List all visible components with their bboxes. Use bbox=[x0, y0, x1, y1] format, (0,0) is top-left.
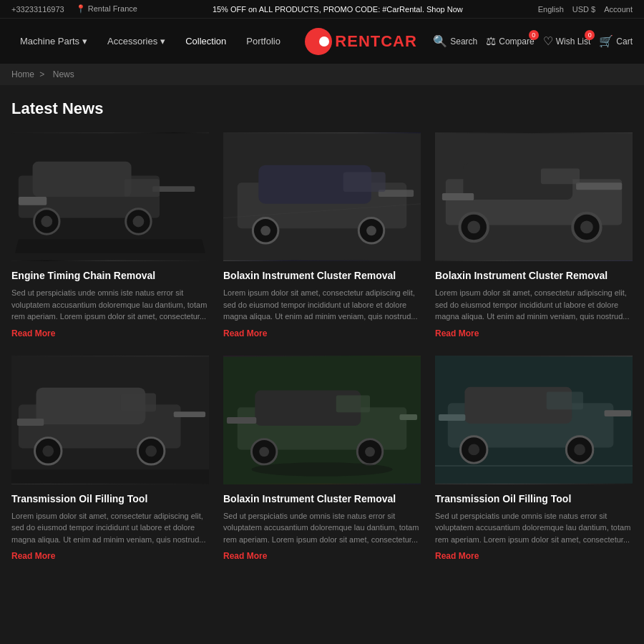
news-card-text-5: Sed ut perspiciatis unde omnis iste natu… bbox=[223, 510, 421, 546]
svg-point-27 bbox=[580, 221, 593, 234]
logo-area: RENTCAR bbox=[289, 28, 433, 55]
breadcrumb-separator: > bbox=[39, 69, 44, 79]
site-logo[interactable]: RENTCAR bbox=[305, 28, 417, 55]
svg-point-5 bbox=[41, 216, 52, 228]
svg-point-37 bbox=[145, 445, 157, 457]
news-grid: Engine Timing Chain Removal Sed ut persp… bbox=[11, 132, 633, 561]
wishlist-badge: 0 bbox=[585, 30, 595, 40]
news-card-image-4 bbox=[11, 356, 209, 484]
svg-rect-8 bbox=[19, 197, 47, 205]
svg-rect-29 bbox=[576, 182, 622, 190]
svg-rect-9 bbox=[125, 179, 160, 197]
nav-portfolio[interactable]: Portfolio bbox=[238, 30, 289, 52]
read-more-link-3[interactable]: Read More bbox=[435, 328, 633, 338]
logo-text: RENTCAR bbox=[335, 32, 417, 51]
breadcrumb-current: News bbox=[53, 69, 74, 79]
cart-action[interactable]: 🛒 Cart bbox=[599, 34, 633, 48]
nav-left: Machine Parts ▾ Accessories ▾ Collection… bbox=[11, 30, 289, 52]
read-more-link-2[interactable]: Read More bbox=[223, 328, 421, 338]
top-bar-left: +33233116973 📍 Rental France bbox=[11, 4, 137, 14]
page-title: Latest News bbox=[11, 99, 633, 118]
search-action[interactable]: 🔍 Search bbox=[433, 34, 477, 48]
svg-rect-60 bbox=[605, 410, 631, 416]
top-bar-right: English USD $ Account bbox=[538, 5, 633, 14]
news-card-6[interactable]: Transmission Oil Filling Tool Sed ut per… bbox=[435, 356, 633, 562]
language-selector[interactable]: English bbox=[538, 5, 564, 14]
navbar: Machine Parts ▾ Accessories ▾ Collection… bbox=[0, 18, 644, 64]
svg-rect-19 bbox=[343, 172, 386, 192]
news-card-image-2 bbox=[223, 132, 421, 261]
news-card-4[interactable]: Transmission Oil Filling Tool Lorem ipsu… bbox=[11, 356, 209, 562]
nav-right: 🔍 Search ⚖ 0 Compare ♡ 0 Wish List 🛒 Car… bbox=[433, 34, 633, 48]
svg-point-48 bbox=[365, 447, 375, 457]
svg-rect-61 bbox=[439, 414, 465, 421]
svg-rect-41 bbox=[11, 469, 209, 484]
news-card-2[interactable]: Bolaxin Instrument Cluster Removal Lorem… bbox=[223, 132, 421, 338]
compare-action[interactable]: ⚖ 0 Compare bbox=[486, 34, 534, 48]
svg-point-6 bbox=[133, 216, 145, 228]
news-card-1[interactable]: Engine Timing Chain Removal Sed ut persp… bbox=[11, 132, 209, 338]
cart-icon: 🛒 bbox=[599, 34, 613, 48]
news-card-text-4: Lorem ipsum dolor sit amet, consectetur … bbox=[11, 510, 209, 546]
read-more-link-5[interactable]: Read More bbox=[223, 551, 421, 561]
breadcrumb-home[interactable]: Home bbox=[11, 69, 34, 79]
breadcrumb: Home > News bbox=[0, 64, 644, 85]
read-more-link-4[interactable]: Read More bbox=[11, 551, 209, 561]
news-card-image-6 bbox=[435, 356, 633, 484]
svg-rect-30 bbox=[541, 169, 580, 185]
top-bar: +33233116973 📍 Rental France 15% OFF on … bbox=[0, 0, 644, 18]
main-content: Latest News Engine Timing Chain Removal … bbox=[0, 85, 644, 575]
svg-point-16 bbox=[260, 225, 270, 235]
nav-accessories-label: Accessories bbox=[107, 36, 157, 47]
logo-icon bbox=[305, 28, 332, 55]
nav-machine-parts[interactable]: Machine Parts ▾ bbox=[11, 30, 96, 52]
svg-rect-51 bbox=[336, 395, 370, 412]
promo-banner: 15% OFF on ALL PRODUCTS, PROMO CODE: #Ca… bbox=[137, 5, 538, 14]
compare-icon: ⚖ bbox=[486, 34, 496, 48]
news-card-title-3: Bolaxin Instrument Cluster Removal bbox=[435, 270, 633, 281]
news-card-text-6: Sed ut perspiciatis unde omnis iste natu… bbox=[435, 510, 633, 546]
svg-rect-50 bbox=[227, 417, 256, 424]
news-card-text-3: Lorem ipsum dolor sit amet, consectetur … bbox=[435, 287, 633, 323]
wishlist-action[interactable]: ♡ 0 Wish List bbox=[543, 34, 591, 48]
svg-point-36 bbox=[42, 445, 54, 457]
nav-collection-label: Collection bbox=[185, 36, 226, 47]
svg-rect-40 bbox=[121, 393, 156, 411]
svg-point-58 bbox=[468, 444, 479, 455]
svg-marker-10 bbox=[15, 239, 205, 253]
currency-selector[interactable]: USD $ bbox=[572, 5, 595, 14]
read-more-link-6[interactable]: Read More bbox=[435, 551, 633, 561]
search-label: Search bbox=[450, 36, 477, 47]
chevron-down-icon: ▾ bbox=[82, 36, 87, 47]
svg-point-52 bbox=[251, 462, 392, 477]
phone-number: +33233116973 bbox=[11, 5, 64, 14]
nav-accessories[interactable]: Accessories ▾ bbox=[99, 30, 174, 52]
account-link[interactable]: Account bbox=[604, 5, 633, 14]
svg-point-17 bbox=[366, 225, 376, 235]
cart-label: Cart bbox=[616, 36, 633, 47]
news-card-3[interactable]: Bolaxin Instrument Cluster Removal Lorem… bbox=[435, 132, 633, 338]
svg-rect-39 bbox=[17, 419, 44, 426]
svg-point-26 bbox=[467, 221, 480, 234]
chevron-down-icon: ▾ bbox=[160, 36, 165, 47]
news-card-title-1: Engine Timing Chain Removal bbox=[11, 270, 209, 281]
search-icon: 🔍 bbox=[433, 34, 447, 48]
compare-badge: 0 bbox=[529, 30, 539, 40]
news-card-image-3 bbox=[435, 132, 633, 261]
svg-rect-2 bbox=[33, 162, 132, 197]
svg-rect-49 bbox=[399, 414, 417, 420]
news-card-title-5: Bolaxin Instrument Cluster Removal bbox=[223, 493, 421, 504]
read-more-link-1[interactable]: Read More bbox=[11, 328, 209, 338]
nav-collection[interactable]: Collection bbox=[177, 30, 235, 52]
logo-car: CAR bbox=[381, 32, 417, 50]
news-card-5[interactable]: Bolaxin Instrument Cluster Removal Sed u… bbox=[223, 356, 421, 562]
svg-rect-38 bbox=[174, 411, 205, 417]
heart-icon: ♡ bbox=[543, 34, 553, 48]
svg-point-59 bbox=[574, 444, 585, 455]
news-card-title-4: Transmission Oil Filling Tool bbox=[11, 493, 209, 504]
svg-rect-28 bbox=[442, 193, 474, 200]
logo-rent: RENT bbox=[335, 32, 381, 50]
news-card-image-1 bbox=[11, 132, 209, 261]
svg-rect-62 bbox=[547, 391, 583, 409]
nav-machine-parts-label: Machine Parts bbox=[20, 36, 79, 47]
